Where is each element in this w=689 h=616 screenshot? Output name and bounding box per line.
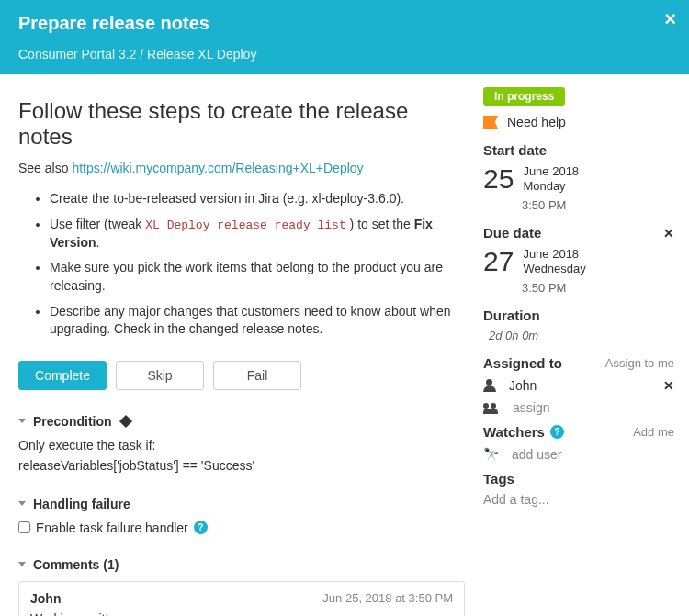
- see-also-line: See also https://wiki.mycompany.com/Rele…: [18, 161, 465, 175]
- comment-item: John Jun 25, 2018 at 3:50 PM Working on …: [18, 581, 465, 616]
- see-also-label: See also: [18, 161, 68, 175]
- list-item: Create the to-be-released version in Jir…: [50, 190, 465, 208]
- start-day: 25: [483, 163, 514, 195]
- clear-due-date-icon[interactable]: ✕: [663, 226, 674, 241]
- assign-to-me-link[interactable]: Assign to me: [605, 356, 674, 370]
- comment-date: Jun 25, 2018 at 3:50 PM: [322, 591, 453, 606]
- help-icon[interactable]: ?: [550, 425, 564, 439]
- text: .: [96, 235, 100, 250]
- text: ) to set the: [346, 217, 414, 231]
- due-month-year: June 2018: [523, 247, 585, 262]
- section-title: Comments (1): [33, 557, 119, 572]
- remove-assignee-icon[interactable]: ✕: [663, 378, 674, 393]
- enable-failure-checkbox[interactable]: [18, 521, 30, 533]
- due-time: 3:50 PM: [522, 281, 674, 295]
- list-item: Use filter (tweak XL Deploy release read…: [50, 216, 465, 252]
- checkbox-label: Enable task failure handler: [36, 521, 188, 535]
- list-item: Make sure you pick the work items that b…: [50, 259, 465, 295]
- flag-icon: [483, 116, 498, 129]
- failure-header[interactable]: Handling failure: [18, 497, 465, 511]
- tag-input[interactable]: Add a tag...: [483, 492, 674, 507]
- person-icon: [483, 379, 496, 392]
- duration-value: 2d 0h 0m: [489, 329, 674, 342]
- steps-list: Create the to-be-released version in Jir…: [18, 190, 465, 339]
- comments-header[interactable]: Comments (1): [18, 557, 465, 572]
- start-weekday: Monday: [523, 179, 579, 194]
- complete-button[interactable]: Complete: [18, 361, 107, 390]
- precondition-expression: releaseVariables['jobStatus'] == 'Succes…: [18, 458, 465, 473]
- diamond-icon: [119, 415, 131, 428]
- chevron-down-icon: [18, 562, 26, 566]
- section-title: Precondition: [33, 414, 112, 429]
- due-date-block[interactable]: 27 June 2018 Wednesday: [483, 246, 674, 277]
- fail-button[interactable]: Fail: [213, 361, 301, 390]
- flag-row[interactable]: Need help: [483, 115, 674, 129]
- list-item: Describe any major changes that customer…: [50, 303, 465, 339]
- dialog-header: Prepare release notes Consumer Portal 3.…: [0, 0, 689, 74]
- add-me-watcher-link[interactable]: Add me: [633, 425, 674, 439]
- status-badge: In progress: [483, 87, 565, 106]
- help-icon[interactable]: ?: [194, 521, 208, 534]
- breadcrumb[interactable]: Consumer Portal 3.2 / Release XL Deploy: [18, 47, 671, 62]
- due-date-title: Due date: [483, 225, 541, 241]
- chevron-down-icon: [18, 419, 26, 423]
- people-icon: [483, 401, 500, 414]
- precondition-intro: Only execute the task if:: [18, 438, 465, 453]
- start-date-block[interactable]: 25 June 2018 Monday: [483, 163, 674, 195]
- flag-label: Need help: [507, 115, 566, 129]
- add-watcher-placeholder[interactable]: add user: [512, 447, 561, 462]
- see-also-link[interactable]: https://wiki.mycompany.com/Releasing+XL+…: [72, 161, 363, 175]
- page-title: Follow these steps to create the release…: [18, 98, 465, 150]
- precondition-header[interactable]: Precondition: [18, 414, 465, 429]
- skip-button[interactable]: Skip: [116, 361, 204, 390]
- tags-title: Tags: [483, 471, 674, 487]
- due-day: 27: [483, 246, 514, 277]
- start-month-year: June 2018: [523, 164, 579, 179]
- binoculars-icon: 🔭: [483, 447, 499, 462]
- chevron-down-icon: [18, 501, 26, 506]
- watchers-title: Watchers: [483, 424, 545, 440]
- text: Use filter (tweak: [50, 217, 145, 231]
- start-date-title: Start date: [483, 142, 674, 158]
- comment-author: John: [30, 591, 61, 606]
- due-weekday: Wednesday: [523, 262, 585, 276]
- duration-title: Duration: [483, 308, 674, 323]
- code-snippet: XL Deploy release ready list: [145, 218, 345, 232]
- assignee-name: John: [509, 378, 537, 393]
- dialog-title: Prepare release notes: [18, 13, 671, 34]
- start-time: 3:50 PM: [522, 198, 674, 212]
- close-icon[interactable]: ×: [664, 9, 676, 29]
- assign-placeholder[interactable]: assign: [513, 400, 549, 415]
- action-buttons: Complete Skip Fail: [18, 361, 465, 390]
- assigned-title: Assigned to: [483, 355, 562, 371]
- comment-body: Working on it!: [30, 611, 453, 616]
- section-title: Handling failure: [33, 497, 130, 511]
